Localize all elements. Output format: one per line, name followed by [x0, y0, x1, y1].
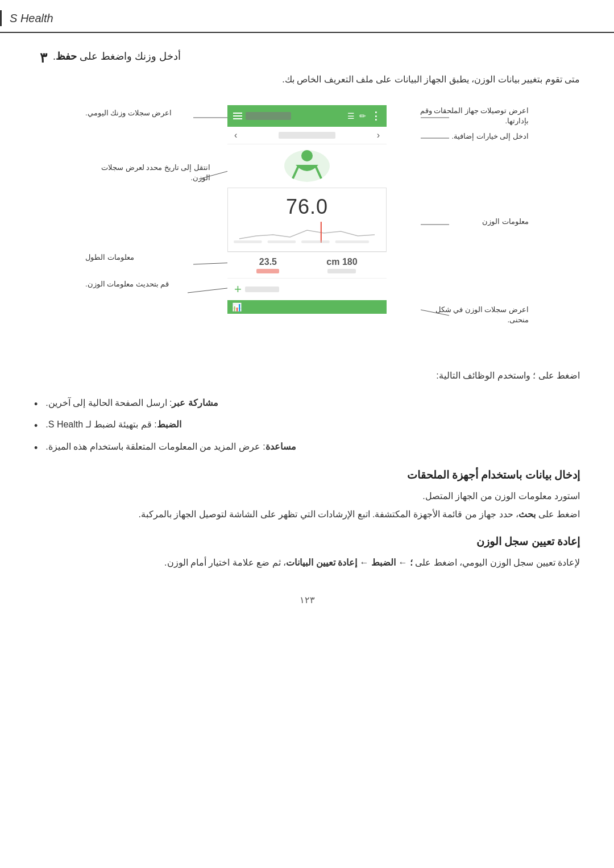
weight-mini-chart: [234, 219, 380, 244]
next-arrow[interactable]: ›: [377, 130, 380, 140]
press-section: اضغط على ؛ واستخدم الوظائف التالية: مشار…: [34, 367, 580, 457]
svg-rect-12: [268, 240, 296, 243]
accessories-section: إدخال بيانات باستخدام أجهزة الملحقات است…: [34, 468, 580, 524]
step-3-text: أدخل وزنك واضغط على حفظ.: [53, 50, 181, 63]
nav-date-row: ‹ ›: [227, 127, 387, 144]
height-value: 180 cm: [326, 257, 357, 267]
main-content: أدخل وزنك واضغط على حفظ. ٣ متى تقوم بتغي…: [0, 50, 614, 572]
svg-point-9: [301, 150, 313, 161]
annot-mid-right: معلومات الوزن: [482, 216, 529, 226]
header-right-icons: ☰ ✏ ⋮: [347, 110, 381, 122]
bullet-share: مشاركة عبر: ارسل الصفحة الحالية إلى آخري…: [34, 395, 580, 413]
svg-rect-14: [335, 240, 370, 243]
height-bmi-row: 180 cm 23.5: [227, 252, 387, 278]
subtitle-text: متى تقوم بتغيير بيانات الوزن، يطبق الجها…: [34, 72, 580, 88]
page-number: ١٢٣: [0, 583, 614, 611]
app-title-bar: [246, 112, 291, 120]
bmi-label-blur: [256, 269, 279, 273]
hamburger-icon[interactable]: [233, 113, 242, 119]
weight-value-area: 76.0: [227, 188, 387, 252]
header-title: S Health: [10, 12, 53, 25]
annot-top-left: اعرض سجلات وزنك اليومي.: [85, 107, 172, 118]
phone-diagram: ☰ ✏ ⋮ ‹ ›: [85, 99, 529, 344]
chart-icon[interactable]: 📊: [232, 302, 242, 312]
bmi-col: 23.5: [256, 257, 279, 273]
step-3-line: أدخل وزنك واضغط على حفظ. ٣: [34, 50, 580, 66]
height-label-blur: [327, 269, 356, 273]
phone-widget: ☰ ✏ ⋮ ‹ ›: [227, 105, 387, 314]
list-icon[interactable]: ☰: [347, 111, 355, 121]
header-left-icons: [233, 112, 291, 120]
reset-heading: إعادة تعيين سجل الوزن: [34, 535, 580, 548]
reset-section: إعادة تعيين سجل الوزن لإعادة تعيين سجل ا…: [34, 535, 580, 572]
annot-top-right2: ادخل إلى خيارات إضافية.: [452, 131, 529, 141]
date-bar: [279, 132, 335, 139]
bmi-value: 23.5: [256, 257, 279, 267]
accessories-para1: استورد معلومات الوزن من الجهاز المتصل.: [34, 487, 580, 505]
reset-para1: لإعادة تعيين سجل الوزن اليومي، اضغط على …: [34, 554, 580, 572]
svg-rect-13: [301, 240, 330, 243]
page-header: S Health: [0, 0, 614, 33]
annot-mid-left: انتقل إلى تاريخ محدد لعرض سجلات الوزن.: [85, 162, 210, 182]
annot-lower-left2: قم بتحديث معلومات الوزن.: [85, 279, 169, 289]
pencil-icon[interactable]: ✏: [359, 111, 366, 121]
add-row: +: [227, 278, 387, 300]
press-intro: اضغط على ؛ واستخدم الوظائف التالية:: [34, 367, 580, 385]
more-icon[interactable]: ⋮: [371, 110, 381, 122]
annot-lower-left: معلومات الطول: [85, 252, 134, 262]
add-button[interactable]: +: [234, 282, 242, 297]
add-label-blur: [245, 286, 279, 292]
weight-graph-svg: [250, 149, 364, 183]
weight-number: 76.0: [234, 195, 380, 219]
svg-rect-11: [234, 240, 262, 243]
annot-bottom-right: اعرض سجلات الوزن في شكل منحنى.: [415, 304, 529, 325]
height-col: 180 cm: [326, 257, 357, 273]
step-3-number: ٣: [40, 50, 47, 66]
prev-arrow[interactable]: ‹: [234, 130, 237, 140]
chart-icon-row: 📊: [227, 300, 387, 314]
header-divider: [0, 10, 2, 26]
phone-app-header: ☰ ✏ ⋮: [227, 105, 387, 127]
bullet-settings: الضبط: قم بتهيئة لضبط لـ S Health. •: [34, 417, 580, 435]
accessories-heading: إدخال بيانات باستخدام أجهزة الملحقات: [34, 468, 580, 481]
annot-top-right: اعرض توصيلات جهاز الملحقات وقم بإدارتها.: [415, 105, 529, 126]
accessories-para2: اضغط على بحث، حدد جهاز من قائمة الأجهزة …: [34, 505, 580, 524]
bullet-help: مساعدة: عرض المزيد من المعلومات المتعلقة…: [34, 439, 580, 457]
